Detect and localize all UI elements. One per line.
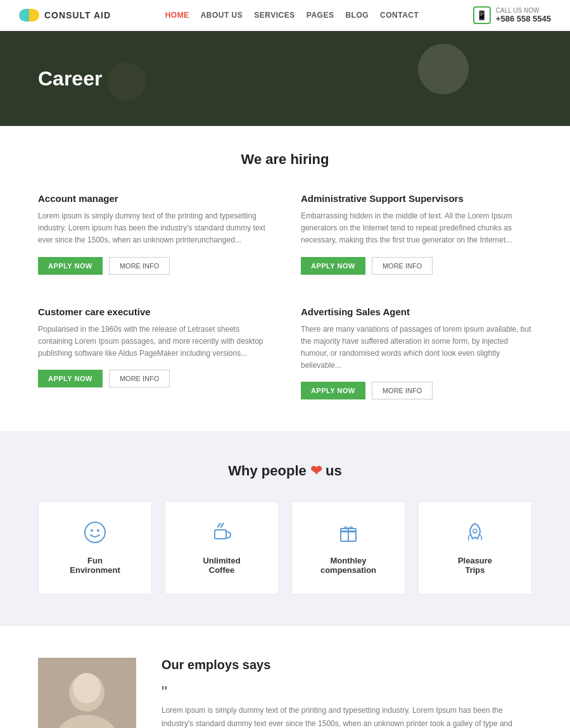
svg-rect-3 xyxy=(215,530,226,539)
benefit-label-3: PleasureTrips xyxy=(458,556,492,575)
jobs-grid: Account manager Lorem ipsum is simply du… xyxy=(38,187,532,406)
job-actions-0: APPLY NOW MORE INFO xyxy=(38,257,269,275)
more-btn-3[interactable]: MORE INFO xyxy=(372,382,433,399)
hiring-section: We are hiring Account manager Lorem ipsu… xyxy=(0,126,570,431)
apply-btn-2[interactable]: APPLY NOW xyxy=(38,370,103,387)
benefit-card-0: FunEnvironment xyxy=(38,501,152,594)
more-btn-0[interactable]: MORE INFO xyxy=(109,257,170,275)
job-card-1: Administrative Support Supervisors Embar… xyxy=(301,187,532,281)
phone-icon: 📱 xyxy=(473,6,491,24)
why-section: Why people ❤ us FunEnvironment xyxy=(0,431,570,626)
fun-icon xyxy=(84,521,106,548)
benefit-label-0: FunEnvironment xyxy=(70,556,120,575)
job-title-3: Advertising Sales Agent xyxy=(301,306,532,317)
nav-blog[interactable]: BLOG xyxy=(345,11,369,20)
testimonial-heading: Our employs says xyxy=(162,658,532,672)
more-btn-1[interactable]: MORE INFO xyxy=(372,257,433,275)
job-actions-1: APPLY NOW MORE INFO xyxy=(301,257,532,275)
job-title-0: Account manager xyxy=(38,193,269,204)
svg-point-7 xyxy=(473,529,477,533)
logo-icon xyxy=(19,9,39,22)
job-title-2: Customer care executive xyxy=(38,306,269,317)
rocket-icon xyxy=(464,521,486,548)
call-now-label: CALL US NOW xyxy=(496,7,551,14)
call-area: 📱 CALL US NOW +586 558 5545 xyxy=(473,6,551,24)
quote-open-icon: " xyxy=(162,684,532,700)
job-desc-0: Lorem ipsum is simply dummy text of the … xyxy=(38,210,269,247)
svg-point-2 xyxy=(97,529,99,532)
job-card-3: Advertising Sales Agent There are many v… xyxy=(301,300,532,406)
job-desc-2: Popularised in the 1960s with the releas… xyxy=(38,323,269,360)
job-title-1: Administrative Support Supervisors xyxy=(301,193,532,204)
logo-text: CONSULT AID xyxy=(44,10,111,20)
coffee-icon xyxy=(210,521,233,548)
nav-contact[interactable]: CONTACT xyxy=(380,11,419,20)
apply-btn-3[interactable]: APPLY NOW xyxy=(301,382,365,399)
benefits-grid: FunEnvironment UnlimitedCoffee xyxy=(38,501,532,594)
job-card-2: Customer care executive Popularised in t… xyxy=(38,300,269,406)
why-title-part2: us xyxy=(326,463,342,479)
header: CONSULT AID HOME ABOUT US SERVICES PAGES… xyxy=(0,0,570,31)
logo-area: CONSULT AID xyxy=(19,9,111,22)
heart-icon: ❤ xyxy=(310,463,326,479)
benefit-label-2: Monthleycompensation xyxy=(320,556,376,575)
job-desc-3: There are many variations of passages of… xyxy=(301,323,532,372)
gift-icon xyxy=(337,521,360,548)
job-card-0: Account manager Lorem ipsum is simply du… xyxy=(38,187,269,281)
testimonial-section: Our employs says " Lorem ipsum is simply… xyxy=(0,626,570,728)
job-actions-3: APPLY NOW MORE INFO xyxy=(301,382,532,399)
job-actions-2: APPLY NOW MORE INFO xyxy=(38,370,269,387)
phone-number: +586 558 5545 xyxy=(496,14,551,23)
testimonial-text: Lorem ipsum is simply dummy text of the … xyxy=(162,704,532,728)
nav-about[interactable]: ABOUT US xyxy=(201,11,243,20)
nav-home[interactable]: HOME xyxy=(165,11,189,20)
apply-btn-1[interactable]: APPLY NOW xyxy=(301,257,365,275)
hero-title: Career xyxy=(38,67,102,91)
call-info: CALL US NOW +586 558 5545 xyxy=(496,7,551,23)
svg-point-1 xyxy=(91,529,93,532)
svg-point-0 xyxy=(85,522,105,543)
testimonial-image xyxy=(38,658,136,728)
why-title: Why people ❤ us xyxy=(38,463,532,479)
benefit-card-2: Monthleycompensation xyxy=(291,501,405,594)
benefit-card-3: PleasureTrips xyxy=(418,501,532,594)
more-btn-2[interactable]: MORE INFO xyxy=(109,370,170,387)
why-title-part1: Why people xyxy=(228,463,306,479)
main-nav: HOME ABOUT US SERVICES PAGES BLOG CONTAC… xyxy=(165,11,419,20)
hiring-title: We are hiring xyxy=(38,151,532,168)
hero-section: Career xyxy=(0,31,570,126)
benefit-label-1: UnlimitedCoffee xyxy=(203,556,240,575)
apply-btn-0[interactable]: APPLY NOW xyxy=(38,257,103,275)
benefit-card-1: UnlimitedCoffee xyxy=(165,501,279,594)
testimonial-content: Our employs says " Lorem ipsum is simply… xyxy=(162,658,532,728)
nav-pages[interactable]: PAGES xyxy=(307,11,334,20)
nav-services[interactable]: SERVICES xyxy=(254,11,294,20)
svg-point-11 xyxy=(73,673,101,703)
job-desc-1: Embarrassing hidden in the middle of tex… xyxy=(301,210,532,247)
